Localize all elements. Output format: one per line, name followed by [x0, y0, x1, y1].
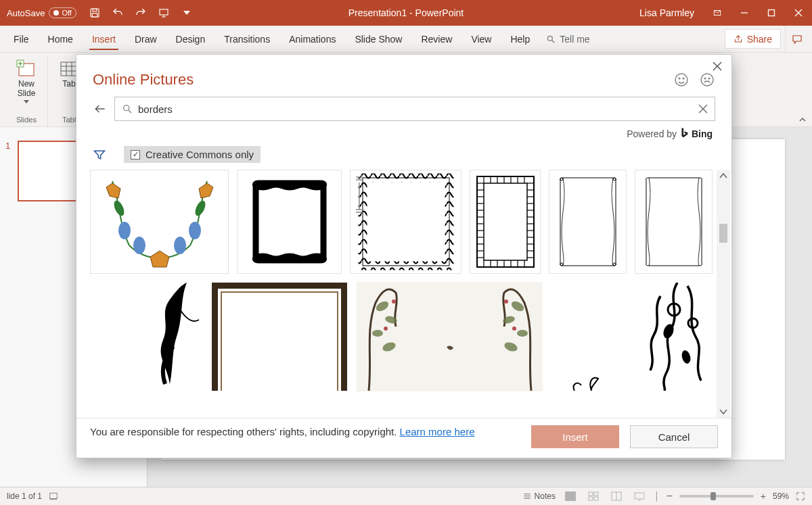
- ribbon-options-icon[interactable]: [704, 0, 731, 26]
- powered-by: Powered by Bing: [76, 125, 731, 146]
- redo-icon[interactable]: [129, 0, 152, 26]
- autosave-control[interactable]: AutoSave Off: [0, 7, 83, 18]
- scroll-thumb[interactable]: [719, 224, 727, 243]
- comments-icon[interactable]: [785, 26, 808, 52]
- result-tile[interactable]: [350, 170, 461, 274]
- svg-rect-47: [363, 178, 449, 266]
- save-icon[interactable]: [83, 0, 106, 26]
- slide-count: lide 1 of 1: [7, 491, 42, 501]
- result-tile[interactable]: [90, 170, 229, 274]
- svg-point-34: [704, 78, 706, 79]
- fit-to-window-icon[interactable]: [796, 491, 805, 501]
- filter-icon[interactable]: [93, 148, 106, 162]
- svg-line-38: [129, 110, 131, 113]
- group-label-tables: Tabl: [62, 116, 76, 125]
- slideshow-view-icon[interactable]: [631, 489, 648, 503]
- user-name[interactable]: Lisa Parmley: [630, 7, 704, 18]
- search-box[interactable]: [114, 97, 715, 121]
- svg-point-105: [504, 299, 508, 304]
- tab-design[interactable]: Design: [166, 26, 215, 52]
- bing-brand: Bing: [692, 128, 713, 139]
- learn-more-link[interactable]: Learn more here: [400, 426, 475, 437]
- smile-feedback-icon[interactable]: [673, 72, 690, 88]
- bing-icon: [679, 128, 689, 139]
- result-tile[interactable]: [470, 170, 541, 274]
- result-tile[interactable]: [635, 170, 713, 274]
- undo-icon[interactable]: [106, 0, 129, 26]
- tell-me-label: Tell me: [560, 34, 589, 45]
- share-button[interactable]: Share: [725, 29, 781, 49]
- notes-button[interactable]: Notes: [522, 491, 556, 501]
- scroll-up-icon[interactable]: [719, 170, 727, 182]
- close-icon[interactable]: [785, 0, 812, 26]
- svg-point-32: [683, 78, 684, 79]
- dialog-close-button[interactable]: [713, 62, 722, 71]
- ribbon-tabs: File Home Insert Draw Design Transitions…: [0, 26, 812, 53]
- result-tile[interactable]: [210, 282, 348, 391]
- notes-label: Notes: [535, 491, 556, 501]
- svg-point-44: [189, 222, 201, 239]
- clear-search-icon[interactable]: [698, 104, 708, 114]
- zoom-in-icon[interactable]: +: [761, 491, 766, 502]
- results-scrollbar[interactable]: [717, 170, 730, 418]
- scroll-down-icon[interactable]: [719, 406, 727, 418]
- tab-slideshow[interactable]: Slide Show: [345, 26, 411, 52]
- cancel-button[interactable]: Cancel: [630, 425, 718, 448]
- scroll-track[interactable]: [719, 182, 727, 406]
- tab-help[interactable]: Help: [501, 26, 539, 52]
- tab-transitions[interactable]: Transitions: [215, 26, 279, 52]
- svg-rect-3: [160, 9, 168, 15]
- present-icon[interactable]: [152, 0, 175, 26]
- qat-more-icon[interactable]: [175, 0, 198, 26]
- tab-insert[interactable]: Insert: [83, 26, 125, 52]
- svg-rect-20: [50, 493, 58, 498]
- search-icon: [122, 103, 133, 114]
- frown-feedback-icon[interactable]: [699, 72, 715, 88]
- new-slide-button[interactable]: New Slide: [12, 58, 41, 105]
- creative-commons-checkbox[interactable]: ✓ Creative Commons only: [124, 146, 261, 163]
- maximize-icon[interactable]: [758, 0, 785, 26]
- svg-rect-2: [92, 14, 97, 17]
- svg-point-46: [193, 199, 207, 218]
- collapse-ribbon-icon[interactable]: [798, 116, 807, 124]
- minimize-icon[interactable]: [731, 0, 758, 26]
- sorter-view-icon[interactable]: [585, 489, 602, 503]
- svg-point-33: [701, 74, 713, 86]
- tab-draw[interactable]: Draw: [125, 26, 166, 52]
- result-tile[interactable]: [357, 282, 543, 391]
- svg-point-97: [372, 330, 383, 337]
- svg-rect-27: [635, 493, 644, 499]
- tab-home[interactable]: Home: [39, 26, 83, 52]
- result-tile[interactable]: [551, 282, 605, 391]
- zoom-value[interactable]: 59%: [773, 491, 789, 501]
- svg-rect-21: [565, 491, 576, 501]
- zoom-slider[interactable]: [679, 495, 754, 498]
- group-label-slides: Slides: [16, 116, 37, 125]
- svg-point-101: [517, 330, 528, 337]
- autosave-toggle[interactable]: Off: [49, 7, 76, 18]
- tell-me-search[interactable]: Tell me: [539, 26, 596, 52]
- reading-view-icon[interactable]: [608, 489, 625, 503]
- zoom-out-icon[interactable]: −: [666, 490, 672, 502]
- insert-button[interactable]: Insert: [531, 425, 619, 448]
- back-button[interactable]: [93, 101, 108, 116]
- svg-point-106: [512, 327, 516, 331]
- svg-point-42: [133, 237, 145, 254]
- tab-file[interactable]: File: [4, 26, 39, 52]
- result-tile[interactable]: [549, 170, 627, 274]
- zoom-slider-thumb[interactable]: [710, 492, 716, 500]
- normal-view-icon[interactable]: [562, 489, 579, 503]
- result-tile[interactable]: [613, 282, 715, 391]
- svg-rect-1: [93, 9, 97, 11]
- checkbox-icon: ✓: [131, 150, 140, 160]
- result-tile[interactable]: [237, 170, 342, 274]
- search-input[interactable]: [138, 103, 693, 115]
- tab-animations[interactable]: Animations: [279, 26, 345, 52]
- result-tile[interactable]: [90, 282, 202, 391]
- tab-view[interactable]: View: [461, 26, 501, 52]
- slide-number: 1: [5, 141, 10, 151]
- accessibility-icon[interactable]: [49, 491, 58, 501]
- online-pictures-dialog: Online Pictures Powered by Bing ✓: [76, 54, 732, 458]
- results-grid: [76, 170, 731, 418]
- tab-review[interactable]: Review: [411, 26, 461, 52]
